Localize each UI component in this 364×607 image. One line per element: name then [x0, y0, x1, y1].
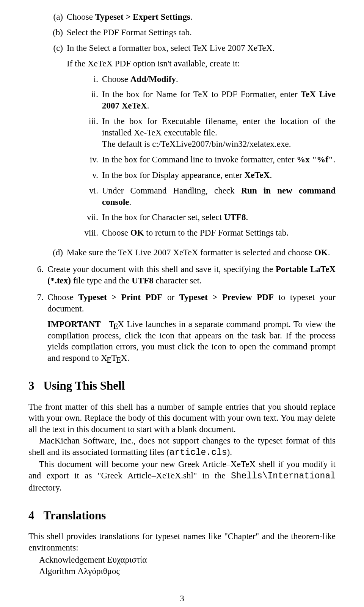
bold: OK	[130, 228, 144, 237]
body: In the Select a formatter box, select Te…	[67, 42, 336, 243]
text: to return to the PDF Format Settings tab…	[144, 228, 289, 237]
text: Choose	[67, 12, 95, 22]
body: In the box for Character set, select UTF…	[102, 212, 336, 223]
item-iv: iv. In the box for Command line to invok…	[79, 154, 336, 165]
item-a: (a) Choose Typeset > Expert Settings.	[46, 11, 336, 23]
section-3-heading: 3Using This Shell	[28, 378, 336, 393]
marker: (c)	[46, 42, 67, 243]
marker: 6.	[32, 264, 47, 286]
important-label: IMPORTANT	[47, 319, 101, 329]
body: Create your document with this shell and…	[47, 264, 336, 286]
body: Make sure the TeX Live 2007 XeTeX format…	[67, 247, 336, 258]
body: Choose Typeset > Expert Settings.	[67, 11, 336, 23]
section-title: Translations	[44, 509, 106, 522]
item-viii: viii. Choose OK to return to the PDF For…	[79, 227, 336, 239]
item-vi: vi. Under Command Handling, check Run in…	[79, 185, 336, 208]
text: character set.	[154, 276, 202, 285]
item-b: (b) Select the PDF Format Settings tab.	[46, 27, 336, 38]
text: or	[162, 292, 179, 302]
line2: If the XeTeX PDF option isn't available,…	[67, 58, 336, 69]
section-4-heading: 4Translations	[28, 508, 336, 523]
text: X.	[121, 353, 129, 363]
text: Under Command Handling, check	[102, 186, 241, 195]
bold: UTF8	[224, 212, 246, 222]
list-roman: i. Choose Add/Modify. ii. In the box for…	[79, 74, 336, 239]
line2: The default is c:/TeXLive2007/bin/win32/…	[102, 138, 336, 150]
body: In the box for Executable filename, ente…	[102, 116, 336, 150]
item-ii: ii. In the box for Name for TeX to PDF F…	[79, 89, 336, 112]
section-number: 3	[28, 378, 35, 393]
list-numeric: 6. Create your document with this shell …	[32, 264, 336, 364]
body: Under Command Handling, check Run in new…	[102, 185, 336, 208]
body: In the box for Display appearance, enter…	[102, 170, 336, 181]
bold: UTF8	[132, 276, 154, 285]
text: directory.	[28, 483, 61, 492]
mono: Shells\International	[231, 471, 336, 481]
translation-list: Acknowledgement Ευχαριστία Algorithm Αλγ…	[39, 554, 336, 577]
text: Choose	[102, 228, 130, 237]
sec3-p3: This document will become your new Greek…	[28, 459, 336, 494]
item-iii: iii. In the box for Executable filename,…	[79, 116, 336, 150]
item-7: 7. Choose Typeset > Print PDF or Typeset…	[32, 292, 336, 364]
text: In the box for Name for TeX to PDF Forma…	[102, 90, 301, 99]
text: Create your document with this shell and…	[47, 264, 276, 274]
text: .	[190, 12, 193, 22]
bold: Add/Modify	[130, 74, 176, 84]
sec4-p1: This shell provides translations for typ…	[28, 531, 336, 554]
bold: OK	[314, 248, 328, 257]
marker: iv.	[79, 154, 102, 165]
item-d: (d) Make sure the TeX Live 2007 XeTeX fo…	[46, 247, 336, 258]
item-i: i. Choose Add/Modify.	[79, 74, 336, 85]
item-c: (c) In the Select a formatter box, selec…	[46, 42, 336, 243]
bold: XeTeX	[245, 170, 270, 180]
translation-row: Algorithm Αλγόριθμος	[39, 566, 336, 577]
marker: (b)	[46, 27, 67, 38]
text: Choose	[47, 292, 78, 302]
bold: %x "%f"	[297, 155, 333, 164]
text: In the box for Command line to invoke fo…	[102, 155, 297, 164]
page: (a) Choose Typeset > Expert Settings. (b…	[0, 0, 364, 607]
term-en: Acknowledgement	[39, 555, 107, 565]
body: Choose Add/Modify.	[102, 74, 336, 85]
body: In the box for Name for TeX to PDF Forma…	[102, 89, 336, 112]
marker: (a)	[46, 11, 67, 23]
mono: article.cls	[169, 448, 227, 458]
sec3-p1: The front matter of this shell has a num…	[28, 401, 336, 436]
marker: iii.	[79, 116, 102, 150]
marker: ii.	[79, 89, 102, 112]
term-en: Algorithm	[39, 566, 78, 576]
text: .	[246, 212, 248, 222]
text: In the box for Character set, select	[102, 212, 224, 222]
xetex-logo: ETE	[107, 353, 121, 363]
line1: Choose Typeset > Print PDF or Typeset > …	[47, 292, 336, 315]
marker: v.	[79, 170, 102, 181]
bold: Typeset > Print PDF	[78, 292, 163, 302]
list-alpha: (a) Choose Typeset > Expert Settings. (b…	[46, 11, 336, 258]
text: .	[270, 170, 272, 180]
body: In the box for Command line to invoke fo…	[102, 154, 336, 165]
line1: In the box for Executable filename, ente…	[102, 116, 336, 138]
bold: Typeset > Expert Settings	[95, 12, 190, 22]
tex-logo: TE	[109, 319, 118, 329]
marker: 7.	[32, 292, 47, 364]
line1: In the Select a formatter box, select Te…	[67, 42, 336, 54]
marker: i.	[79, 74, 102, 85]
text: .	[176, 74, 178, 84]
marker: (d)	[46, 247, 67, 258]
body: Select the PDF Format Settings tab.	[67, 27, 336, 38]
translation-row: Acknowledgement Ευχαριστία	[39, 554, 336, 566]
important-para: IMPORTANT TEX Live launches in a separat…	[47, 319, 336, 364]
term-gr: Ευχαριστία	[107, 555, 147, 565]
text: file type and the	[71, 276, 132, 285]
text: Choose	[102, 74, 130, 84]
text: .	[328, 248, 330, 257]
item-v: v. In the box for Display appearance, en…	[79, 170, 336, 181]
page-number: 3	[28, 593, 336, 604]
text: ).	[227, 447, 232, 457]
marker: vi.	[79, 185, 102, 208]
text: Make sure the TeX Live 2007 XeTeX format…	[67, 248, 314, 257]
text: In the box for Display appearance, enter	[102, 170, 245, 180]
marker: viii.	[79, 227, 102, 239]
text: .	[147, 101, 149, 110]
text: .	[129, 197, 132, 207]
